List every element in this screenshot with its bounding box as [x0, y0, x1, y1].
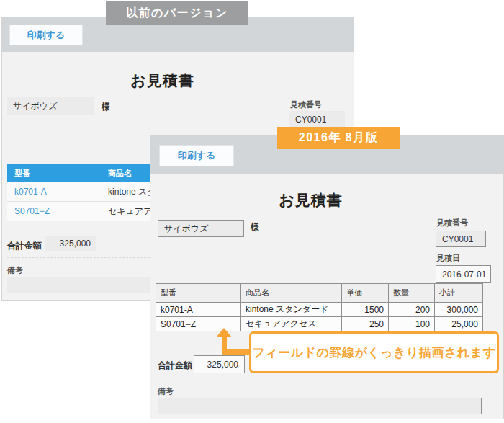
notes-label: 備考 — [158, 386, 174, 397]
column-header-model: 型番 — [156, 284, 241, 303]
document-title: お見積書 — [150, 190, 471, 210]
old-version-banner: 以前のバージョン — [106, 1, 248, 25]
table-header-row: 型番 商品名 単価 数量 小計 — [156, 284, 483, 303]
total-value: 325,000 — [45, 236, 96, 251]
total-value: 325,000 — [194, 355, 245, 373]
estimate-date-label: 見積日 — [436, 253, 460, 264]
new-version-banner: 2016年 8月版 — [277, 127, 400, 149]
product-cell: kintone スタンダード — [241, 303, 342, 317]
page: 印刷する お見積書 サイボウズ 様 見積番号 CY0001 型番 商品名 k07… — [0, 0, 504, 423]
column-header-quantity: 数量 — [389, 284, 435, 303]
estimate-number-value: CY0001 — [436, 231, 486, 247]
model-link[interactable]: k0701-A — [156, 303, 241, 317]
new-version-panel: 印刷する お見積書 サイボウズ 様 見積番号 CY0001 見積日 2016-0… — [150, 135, 504, 419]
estimate-number-label: 見積番号 — [290, 99, 322, 110]
table-row: k0701-A kintone スタンダード 1500 200 300,000 — [156, 303, 483, 317]
column-header-model: 型番 — [7, 164, 101, 182]
estimate-date-value: 2016-07-01 — [436, 265, 491, 283]
estimate-number-label: 見積番号 — [436, 218, 468, 228]
model-link[interactable]: S0701−Z — [7, 202, 101, 221]
quantity-cell: 200 — [389, 303, 435, 317]
divider — [156, 378, 500, 378]
arrow-line-horizontal — [222, 349, 251, 355]
total-label: 合計金額 — [7, 240, 42, 252]
customer-field: サイボウズ — [158, 220, 244, 237]
model-link[interactable]: k0701-A — [7, 182, 101, 202]
customer-field: サイボウズ — [7, 97, 94, 115]
subtotal-cell: 300,000 — [435, 303, 483, 317]
quantity-cell: 100 — [389, 317, 435, 331]
column-header-subtotal: 小計 — [435, 284, 483, 303]
notes-label: 備考 — [7, 265, 23, 276]
column-header-product: 商品名 — [241, 284, 342, 303]
product-cell: セキュアアクセス — [241, 317, 342, 331]
annotation-callout: フィールドの罫線がくっきり描画されます — [249, 331, 499, 373]
column-header-unit-price: 単価 — [342, 284, 389, 303]
unit-price-cell: 250 — [342, 317, 389, 331]
unit-price-cell: 1500 — [342, 303, 389, 317]
print-button[interactable]: 印刷する — [159, 145, 234, 166]
subtotal-cell: 25,000 — [435, 317, 483, 331]
items-table: 型番 商品名 単価 数量 小計 k0701-A kintone スタンダード 1… — [156, 283, 483, 331]
print-button[interactable]: 印刷する — [9, 25, 83, 45]
notes-box — [158, 398, 482, 414]
total-label: 合計金額 — [158, 360, 192, 372]
estimate-number-value: CY0001 — [289, 111, 345, 128]
customer-honorific: 様 — [251, 221, 259, 233]
document-title: お見積書 — [2, 71, 323, 91]
customer-honorific: 様 — [102, 101, 110, 113]
table-row: S0701−Z セキュアアクセス 250 100 25,000 — [156, 317, 483, 331]
